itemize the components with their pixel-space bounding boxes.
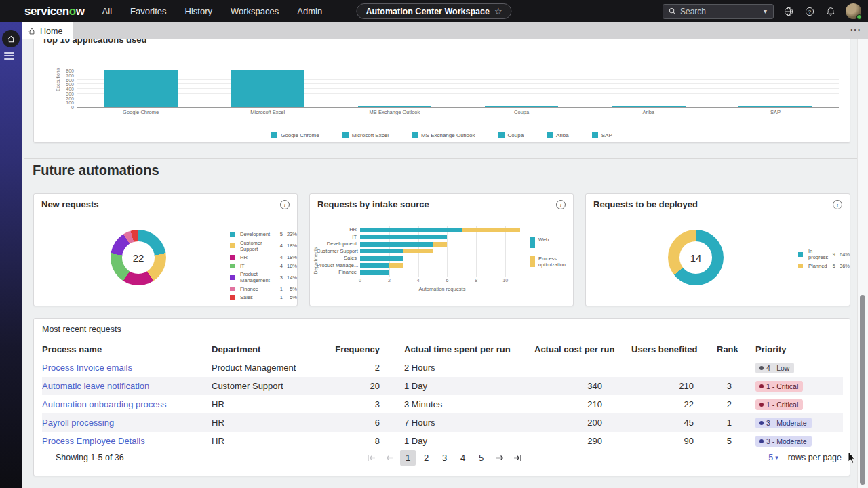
recent-requests-table: Process nameDepartmentFrequencyActual ti… xyxy=(42,340,843,450)
bar-row xyxy=(360,234,524,241)
workspace-title-label: Automation Center Workspace xyxy=(366,7,489,16)
tab-home[interactable]: Home xyxy=(22,22,73,39)
legend-swatch xyxy=(798,252,803,257)
search-input[interactable] xyxy=(680,7,748,16)
page-button-1[interactable]: 1 xyxy=(400,450,416,466)
rows-per-page-label: rows per page xyxy=(788,453,842,462)
process-link[interactable]: Process Invoice emails xyxy=(42,363,132,373)
cell-time: 1 Day xyxy=(391,377,534,395)
bar-Google Chrome xyxy=(104,70,178,107)
sidebar-home-button[interactable] xyxy=(2,30,20,47)
legend-label: Sales xyxy=(240,294,276,300)
column-header-priority[interactable]: Priority xyxy=(741,340,843,359)
page-button-2[interactable]: 2 xyxy=(418,450,434,466)
column-header-time[interactable]: Actual time spent per run xyxy=(391,340,534,359)
column-header-frequency[interactable]: Frequency xyxy=(335,340,391,359)
cell-department: Customer Support xyxy=(212,377,335,395)
legend-label: SAP xyxy=(601,132,612,138)
cell-priority: 4 - Low xyxy=(741,359,843,377)
user-avatar[interactable] xyxy=(846,3,861,19)
rows-per-page: 5▾ rows per page xyxy=(768,453,842,462)
bar-Ariba xyxy=(612,106,686,108)
nav-item-admin[interactable]: Admin xyxy=(297,6,322,16)
y-tick-label: 100 xyxy=(66,100,74,105)
bar-segment-web xyxy=(360,263,389,268)
table-row[interactable]: Payroll processingHR67 Hours2004513 - Mo… xyxy=(42,413,843,432)
legend-value: 4 xyxy=(280,263,283,269)
rows-per-page-select[interactable]: 5▾ xyxy=(768,453,778,462)
x-ticks: 0246810 xyxy=(360,278,524,285)
cell-department: HR xyxy=(212,395,335,413)
last-page-button[interactable] xyxy=(510,450,526,466)
page-button-3[interactable]: 3 xyxy=(437,450,452,466)
x-tick-label: 10 xyxy=(502,278,508,283)
bar-SAP xyxy=(738,106,812,108)
process-link[interactable]: Automatic leave notification xyxy=(42,381,149,391)
legend-swatch xyxy=(230,287,235,291)
x-tick-label: Coupa xyxy=(458,109,585,115)
legend-label: Ariba xyxy=(556,132,569,138)
nav-item-all[interactable]: All xyxy=(102,6,112,16)
search-field-wrap xyxy=(663,7,757,16)
legend-pct: 64% xyxy=(840,251,850,258)
table-row[interactable]: Process Invoice emailsProduct Management… xyxy=(42,359,843,377)
servicenow-logo[interactable]: servicenow xyxy=(24,5,85,18)
left-sidebar xyxy=(0,22,22,488)
legend-swatch xyxy=(592,132,598,138)
table-row[interactable]: Automatic leave notificationCustomer Sup… xyxy=(42,377,843,395)
legend-pct: 18% xyxy=(287,254,297,260)
process-link[interactable]: Payroll processing xyxy=(42,418,114,428)
logo-text: servicen xyxy=(24,5,69,18)
search-scope-dropdown[interactable]: ▾ xyxy=(757,5,773,18)
info-icon[interactable]: i xyxy=(833,200,842,209)
column-header-users[interactable]: Users benefited xyxy=(623,340,708,359)
cell-cost: 290 xyxy=(534,432,623,450)
nav-item-history[interactable]: History xyxy=(185,6,212,16)
cell-process: Payroll processing xyxy=(42,413,212,432)
legend-sublabel: — xyxy=(538,268,573,274)
help-icon[interactable]: ? xyxy=(804,5,816,18)
column-header-rank[interactable]: Rank xyxy=(708,340,741,359)
cell-process: Process Employee Details xyxy=(42,432,212,450)
table-row[interactable]: Automation onboarding processHR33 Minute… xyxy=(42,395,843,413)
notifications-bell-icon[interactable] xyxy=(825,5,837,18)
x-tick-label: 8 xyxy=(475,278,477,283)
info-icon[interactable]: i xyxy=(280,200,290,209)
scrollbar-thumb[interactable] xyxy=(860,295,865,485)
table-row[interactable]: Process Employee DetailsHR81 Day2909053 … xyxy=(42,432,843,450)
search-icon xyxy=(669,7,676,15)
favorite-star-icon[interactable]: ☆ xyxy=(494,6,502,16)
next-page-button[interactable] xyxy=(492,450,507,466)
top-nav: servicenow AllFavoritesHistoryWorkspaces… xyxy=(0,0,868,22)
globe-icon[interactable] xyxy=(783,5,795,18)
legend-item: MS Exchange Outlook xyxy=(412,132,475,138)
process-link[interactable]: Process Employee Details xyxy=(42,436,145,446)
column-header-cost[interactable]: Actual cost per run xyxy=(534,340,623,359)
cell-frequency: 3 xyxy=(335,395,391,413)
column-header-department[interactable]: Department xyxy=(212,340,335,359)
logo-text-2: w xyxy=(76,5,85,18)
first-page-button[interactable] xyxy=(363,450,379,466)
process-link[interactable]: Automation onboarding process xyxy=(42,399,167,409)
priority-label: 3 - Moderate xyxy=(766,437,807,445)
x-tick-label: 6 xyxy=(446,278,449,283)
legend-swatch xyxy=(498,132,505,138)
cell-rank xyxy=(708,359,741,377)
tab-overflow-menu[interactable]: ··· xyxy=(850,24,861,35)
nav-item-workspaces[interactable]: Workspaces xyxy=(231,6,279,16)
page-button-4[interactable]: 4 xyxy=(455,450,471,466)
column-header-process[interactable]: Process name xyxy=(42,340,212,359)
deploy-legend: In progress964%Planned536% xyxy=(798,248,850,269)
bar-segment-process-optimization xyxy=(433,242,447,247)
x-tick-label: Ariba xyxy=(585,109,712,115)
page-button-5[interactable]: 5 xyxy=(473,450,489,466)
bar-segment-web xyxy=(360,256,403,261)
legend-item: SAP xyxy=(592,132,612,138)
nav-item-favorites[interactable]: Favorites xyxy=(130,6,166,16)
intake-legend: —Web—Process optimization— xyxy=(530,226,573,281)
info-icon[interactable]: i xyxy=(556,200,566,209)
workspace-title-button[interactable]: Automation Center Workspace ☆ xyxy=(356,3,511,19)
prev-page-button[interactable] xyxy=(382,450,397,466)
sidebar-menu-toggle[interactable] xyxy=(4,50,14,61)
gridline xyxy=(77,93,839,94)
